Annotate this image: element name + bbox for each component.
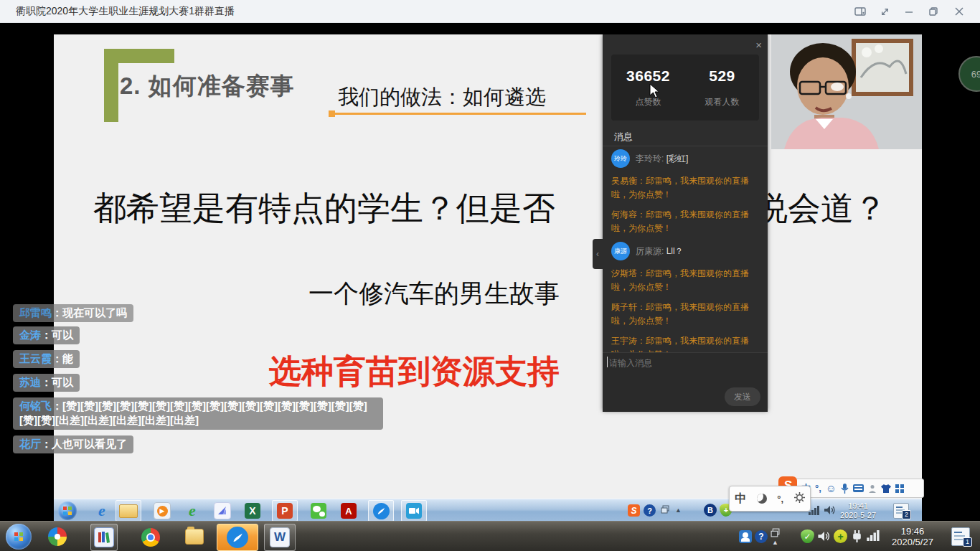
help-tray-icon[interactable]: ?	[755, 530, 768, 543]
battery-saver-tray-icon[interactable]: +	[834, 529, 847, 543]
pinwheel-360-icon[interactable]	[47, 527, 67, 547]
fullscreen-expand-icon[interactable]	[877, 4, 892, 19]
window-titlebar: 衢职院2020年大学生职业生涯规划大赛1群群直播	[0, 0, 980, 23]
user-icon[interactable]	[868, 484, 877, 493]
avatar: 康源	[611, 242, 630, 260]
show-hidden-icons-arrow[interactable]: ▲	[772, 539, 778, 546]
inner-clock-date: 2020-5-27	[837, 511, 879, 520]
messages-list[interactable]: 玲玲 李玲玲: [彩虹] 吴易衡：邱雷鸣，我来围观你的直播啦，为你点赞！ 何海容…	[611, 149, 762, 352]
contact-tray-icon[interactable]	[739, 530, 752, 543]
bluetooth-tray-icon[interactable]: B	[704, 504, 717, 517]
skin-shirt-icon[interactable]	[881, 484, 891, 493]
moon-mode-icon[interactable]	[757, 494, 767, 504]
bird-app-taskbar-button-active[interactable]	[217, 524, 258, 551]
bird-icon	[373, 503, 390, 519]
live-video-taskbar-button[interactable]	[401, 500, 427, 522]
overlay-message-text: 可以	[52, 376, 73, 388]
restore-window-tray-icon[interactable]	[661, 505, 669, 514]
docs-bird-icon[interactable]	[213, 501, 232, 520]
settings-gear-icon[interactable]	[794, 492, 805, 506]
more-grid-icon[interactable]	[895, 484, 904, 493]
windows-logo-icon	[14, 532, 23, 541]
overlay-message-text: [赞][赞][赞][赞][赞][赞][赞][赞][赞][赞][赞][赞][赞][…	[19, 400, 367, 426]
network-signal-icon[interactable]	[867, 530, 880, 541]
emoji-icon[interactable]: ☺	[826, 482, 837, 494]
word-icon: W	[270, 527, 290, 547]
excel-icon[interactable]: X	[243, 501, 262, 520]
outer-clock-date: 2020/5/27	[888, 537, 937, 547]
ime-mode-chinese[interactable]: 中	[735, 491, 746, 507]
ime-punctuation-icon[interactable]: °,	[777, 494, 783, 504]
folder-icon[interactable]	[185, 527, 204, 546]
powerpoint-taskbar-button[interactable]: P	[272, 500, 298, 522]
pdf-reader-icon[interactable]: A	[339, 501, 358, 520]
overlay-message: 王云霞：能	[13, 350, 80, 368]
overlay-message-text: 能	[62, 352, 73, 364]
show-hidden-icons-arrow[interactable]: ▲	[675, 507, 682, 514]
wechat-icon[interactable]	[309, 501, 328, 520]
overlay-message: 邱雷鸣：现在可以了吗	[13, 304, 133, 322]
inner-clock[interactable]: 19:41 2020-5-27	[837, 501, 879, 520]
send-button[interactable]: 发送	[725, 387, 760, 406]
explorer-taskbar-button[interactable]	[116, 500, 141, 522]
panel-toggle-icon[interactable]	[852, 4, 868, 19]
overlay-message-name: 邱雷鸣	[19, 306, 52, 319]
meeting-app-taskbar-button[interactable]	[368, 500, 394, 522]
chat-input-area: 请输入消息 发送	[603, 352, 768, 412]
ie-icon[interactable]: e	[93, 501, 111, 520]
overlay-message: 苏迪：可以	[13, 374, 80, 392]
slide-question-right: 说会道？	[755, 187, 887, 231]
security-shield-tray-icon[interactable]: ✓	[801, 529, 814, 543]
folder-icon	[119, 504, 138, 518]
window-title: 衢职院2020年大学生职业生涯规划大赛1群群直播	[16, 5, 235, 18]
slide-highlight-line: 选种育苗到资源支持	[269, 350, 560, 393]
media-player-icon[interactable]: ▶	[153, 501, 171, 520]
bird-icon	[227, 527, 248, 548]
panel-collapse-handle[interactable]: ‹	[593, 239, 603, 269]
start-button-outer[interactable]	[6, 524, 32, 550]
outer-notification-icon[interactable]: 1	[951, 527, 970, 546]
inner-notification-badge: 2	[902, 510, 911, 519]
overlay-message-name: 苏迪	[19, 376, 41, 388]
chat-message-name: 王宇涛：	[611, 336, 646, 346]
overlay-message-name: 王云霞	[19, 352, 52, 364]
viewers-count: 529	[685, 67, 759, 85]
minimize-icon[interactable]	[901, 4, 917, 19]
outer-taskbar: W ? ▲ ✓ + 19:46 2020/5/27 1	[0, 521, 980, 551]
overlay-message-text: 可以	[52, 329, 73, 341]
live-stats-box: 36652 点赞数 529 观看人数	[611, 55, 759, 121]
green-browser-icon[interactable]: e	[183, 501, 202, 520]
floating-counter-badge[interactable]: 69	[958, 56, 980, 92]
inner-notification-icon[interactable]: 2	[893, 503, 909, 519]
chat-message-name: 李玲玲:	[636, 154, 664, 164]
chat-message: 玲玲 李玲玲: [彩虹]	[611, 149, 762, 168]
chat-message-name: 顾子轩：	[611, 302, 646, 312]
chrome-icon[interactable]	[141, 527, 161, 547]
sogou-tray-icon[interactable]: S	[628, 504, 640, 517]
help-tray-icon[interactable]: ?	[644, 504, 656, 517]
screen: 2. 如何准备赛事 我们的做法：如何遴选 都希望是有特点的学生？但是否 说会道？…	[0, 0, 980, 551]
chat-input[interactable]: 请输入消息	[609, 357, 652, 369]
likes-label: 点赞数	[611, 96, 685, 108]
volume-icon[interactable]	[818, 531, 831, 542]
video-camera-icon	[406, 503, 422, 519]
start-button-inner[interactable]	[58, 501, 77, 520]
outer-clock[interactable]: 19:46 2020/5/27	[888, 526, 937, 547]
presenter-webcam[interactable]	[771, 34, 922, 149]
word-taskbar-button[interactable]: W	[264, 524, 296, 551]
text-caret	[607, 357, 608, 367]
restore-icon[interactable]	[925, 4, 941, 19]
keyboard-icon[interactable]	[853, 484, 864, 492]
chat-notice: 顾子轩：邱雷鸣，我来围观你的直播啦，为你点赞！	[611, 301, 762, 328]
microphone-icon[interactable]	[841, 484, 849, 494]
volume-icon[interactable]	[824, 505, 836, 515]
dictionary-taskbar-button[interactable]	[90, 524, 118, 551]
panel-close-icon[interactable]: ×	[755, 39, 762, 51]
chat-message-name: 吴易衡：	[611, 176, 646, 186]
power-plug-tray-icon[interactable]	[851, 529, 863, 542]
close-icon[interactable]	[951, 4, 967, 19]
floating-ime-bar[interactable]: 中 °,	[729, 486, 811, 512]
ime-punctuation-icon[interactable]: °,	[815, 483, 821, 494]
chat-message-name: 何海容：	[611, 209, 646, 220]
restore-window-tray-icon[interactable]	[771, 528, 780, 537]
